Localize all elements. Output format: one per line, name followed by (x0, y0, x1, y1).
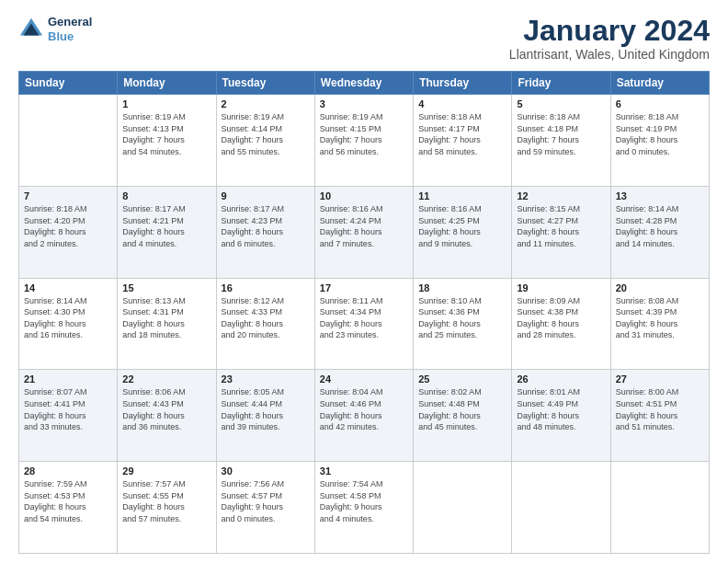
calendar-cell: 8Sunrise: 8:17 AM Sunset: 4:21 PM Daylig… (118, 186, 216, 278)
day-number: 6 (616, 98, 704, 109)
day-detail: Sunrise: 8:19 AM Sunset: 4:14 PM Dayligh… (222, 111, 310, 157)
day-detail: Sunrise: 8:05 AM Sunset: 4:44 PM Dayligh… (222, 386, 310, 432)
calendar-cell: 24Sunrise: 8:04 AM Sunset: 4:46 PM Dayli… (314, 370, 413, 462)
main-title: January 2024 (509, 15, 710, 47)
day-detail: Sunrise: 8:14 AM Sunset: 4:30 PM Dayligh… (24, 295, 112, 341)
day-number: 23 (222, 373, 310, 385)
calendar-cell: 15Sunrise: 8:13 AM Sunset: 4:31 PM Dayli… (118, 278, 216, 370)
day-number: 17 (320, 282, 408, 293)
calendar-cell: 19Sunrise: 8:09 AM Sunset: 4:38 PM Dayli… (512, 278, 610, 370)
calendar-week-row: 21Sunrise: 8:07 AM Sunset: 4:41 PM Dayli… (19, 370, 710, 462)
day-detail: Sunrise: 8:15 AM Sunset: 4:27 PM Dayligh… (517, 203, 605, 249)
day-number: 8 (122, 190, 210, 201)
calendar-cell: 4Sunrise: 8:18 AM Sunset: 4:17 PM Daylig… (414, 95, 512, 187)
day-number: 2 (222, 98, 310, 109)
day-number: 30 (222, 465, 310, 477)
calendar-header-saturday: Saturday (610, 72, 709, 95)
day-detail: Sunrise: 8:18 AM Sunset: 4:19 PM Dayligh… (616, 111, 704, 157)
day-number: 26 (517, 373, 605, 385)
day-number: 21 (24, 373, 112, 385)
calendar-cell: 6Sunrise: 8:18 AM Sunset: 4:19 PM Daylig… (610, 95, 709, 187)
day-detail: Sunrise: 8:16 AM Sunset: 4:25 PM Dayligh… (418, 203, 506, 249)
calendar-header-row: SundayMondayTuesdayWednesdayThursdayFrid… (19, 72, 710, 95)
day-detail: Sunrise: 8:19 AM Sunset: 4:15 PM Dayligh… (320, 111, 408, 157)
calendar-cell: 28Sunrise: 7:59 AM Sunset: 4:53 PM Dayli… (19, 462, 118, 554)
day-detail: Sunrise: 7:59 AM Sunset: 4:53 PM Dayligh… (24, 478, 112, 524)
calendar-cell: 7Sunrise: 8:18 AM Sunset: 4:20 PM Daylig… (19, 186, 118, 278)
day-detail: Sunrise: 8:07 AM Sunset: 4:41 PM Dayligh… (24, 386, 112, 432)
calendar-cell (512, 462, 610, 554)
day-detail: Sunrise: 8:01 AM Sunset: 4:49 PM Dayligh… (517, 386, 605, 432)
calendar-header-monday: Monday (118, 72, 216, 95)
day-number: 10 (320, 190, 408, 201)
calendar-cell: 18Sunrise: 8:10 AM Sunset: 4:36 PM Dayli… (414, 278, 512, 370)
day-number: 19 (517, 282, 605, 293)
day-detail: Sunrise: 8:18 AM Sunset: 4:17 PM Dayligh… (418, 111, 506, 157)
day-number: 20 (616, 282, 704, 293)
day-detail: Sunrise: 8:17 AM Sunset: 4:21 PM Dayligh… (122, 203, 210, 249)
calendar-cell (19, 95, 118, 187)
day-detail: Sunrise: 8:17 AM Sunset: 4:23 PM Dayligh… (222, 203, 310, 249)
day-number: 18 (418, 282, 506, 293)
calendar-week-row: 1Sunrise: 8:19 AM Sunset: 4:13 PM Daylig… (19, 95, 710, 187)
calendar-cell: 29Sunrise: 7:57 AM Sunset: 4:55 PM Dayli… (118, 462, 216, 554)
day-detail: Sunrise: 8:06 AM Sunset: 4:43 PM Dayligh… (122, 386, 210, 432)
logo-text: General Blue (48, 15, 92, 43)
logo-icon (18, 17, 44, 42)
day-detail: Sunrise: 7:56 AM Sunset: 4:57 PM Dayligh… (222, 478, 310, 524)
calendar-cell: 17Sunrise: 8:11 AM Sunset: 4:34 PM Dayli… (314, 278, 413, 370)
calendar-cell: 22Sunrise: 8:06 AM Sunset: 4:43 PM Dayli… (118, 370, 216, 462)
calendar-week-row: 28Sunrise: 7:59 AM Sunset: 4:53 PM Dayli… (19, 462, 710, 554)
day-detail: Sunrise: 8:02 AM Sunset: 4:48 PM Dayligh… (418, 386, 506, 432)
day-number: 22 (122, 373, 210, 385)
logo-line1: General (48, 15, 92, 29)
calendar-cell: 10Sunrise: 8:16 AM Sunset: 4:24 PM Dayli… (314, 186, 413, 278)
calendar-cell (414, 462, 512, 554)
logo: General Blue (18, 15, 92, 43)
calendar-cell: 27Sunrise: 8:00 AM Sunset: 4:51 PM Dayli… (610, 370, 709, 462)
day-number: 11 (418, 190, 506, 201)
day-number: 28 (24, 465, 112, 477)
day-detail: Sunrise: 8:18 AM Sunset: 4:20 PM Dayligh… (24, 203, 112, 249)
day-detail: Sunrise: 8:11 AM Sunset: 4:34 PM Dayligh… (320, 295, 408, 341)
calendar-cell: 30Sunrise: 7:56 AM Sunset: 4:57 PM Dayli… (216, 462, 314, 554)
calendar-header-wednesday: Wednesday (314, 72, 413, 95)
day-detail: Sunrise: 8:10 AM Sunset: 4:36 PM Dayligh… (418, 295, 506, 341)
day-detail: Sunrise: 8:13 AM Sunset: 4:31 PM Dayligh… (122, 295, 210, 341)
calendar-cell: 23Sunrise: 8:05 AM Sunset: 4:44 PM Dayli… (216, 370, 314, 462)
calendar-cell: 2Sunrise: 8:19 AM Sunset: 4:14 PM Daylig… (216, 95, 314, 187)
day-number: 13 (616, 190, 704, 201)
day-detail: Sunrise: 8:16 AM Sunset: 4:24 PM Dayligh… (320, 203, 408, 249)
day-number: 16 (222, 282, 310, 293)
calendar-cell (610, 462, 709, 554)
calendar-cell: 21Sunrise: 8:07 AM Sunset: 4:41 PM Dayli… (19, 370, 118, 462)
day-detail: Sunrise: 8:12 AM Sunset: 4:33 PM Dayligh… (222, 295, 310, 341)
day-number: 15 (122, 282, 210, 293)
page: General Blue January 2024 Llantrisant, W… (0, 0, 728, 563)
calendar-cell: 13Sunrise: 8:14 AM Sunset: 4:28 PM Dayli… (610, 186, 709, 278)
day-number: 5 (517, 98, 605, 109)
title-block: January 2024 Llantrisant, Wales, United … (509, 15, 710, 62)
calendar-cell: 31Sunrise: 7:54 AM Sunset: 4:58 PM Dayli… (314, 462, 413, 554)
day-number: 24 (320, 373, 408, 385)
day-detail: Sunrise: 7:57 AM Sunset: 4:55 PM Dayligh… (122, 478, 210, 524)
calendar-header-tuesday: Tuesday (216, 72, 314, 95)
day-number: 29 (122, 465, 210, 477)
calendar-cell: 26Sunrise: 8:01 AM Sunset: 4:49 PM Dayli… (512, 370, 610, 462)
calendar-table: SundayMondayTuesdayWednesdayThursdayFrid… (18, 71, 710, 554)
calendar-cell: 3Sunrise: 8:19 AM Sunset: 4:15 PM Daylig… (314, 95, 413, 187)
day-number: 12 (517, 190, 605, 201)
day-number: 25 (418, 373, 506, 385)
day-number: 27 (616, 373, 704, 385)
day-detail: Sunrise: 8:18 AM Sunset: 4:18 PM Dayligh… (517, 111, 605, 157)
calendar-cell: 25Sunrise: 8:02 AM Sunset: 4:48 PM Dayli… (414, 370, 512, 462)
calendar-cell: 12Sunrise: 8:15 AM Sunset: 4:27 PM Dayli… (512, 186, 610, 278)
calendar-cell: 5Sunrise: 8:18 AM Sunset: 4:18 PM Daylig… (512, 95, 610, 187)
header: General Blue January 2024 Llantrisant, W… (18, 15, 710, 62)
calendar-header-friday: Friday (512, 72, 610, 95)
day-number: 1 (122, 98, 210, 109)
day-detail: Sunrise: 8:08 AM Sunset: 4:39 PM Dayligh… (616, 295, 704, 341)
day-detail: Sunrise: 8:09 AM Sunset: 4:38 PM Dayligh… (517, 295, 605, 341)
calendar-header-sunday: Sunday (19, 72, 118, 95)
day-detail: Sunrise: 7:54 AM Sunset: 4:58 PM Dayligh… (320, 478, 408, 524)
